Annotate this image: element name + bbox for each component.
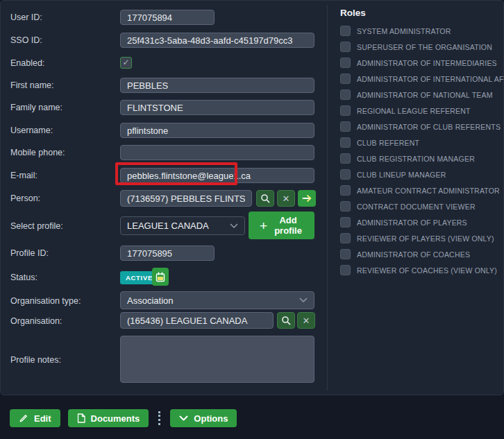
role-item: CLUB REFERENT [340,137,500,148]
role-label: CLUB REGISTRATION MANAGER [357,155,475,163]
chevron-down-icon [230,223,238,229]
mobile-phone-input[interactable] [120,145,314,160]
chevron-down-icon [299,298,308,303]
role-item: REVIEWER OF PLAYERS (VIEW ONLY) [340,233,500,243]
check-icon: ✓ [122,58,129,67]
role-label: ADMINISTRATOR OF COACHES [357,250,470,259]
role-item: REGIONAL LEAGUE REFERENT [340,105,500,116]
status-history-button[interactable] [152,268,169,286]
enabled-checkbox[interactable]: ✓ [120,57,132,69]
options-button-label: Options [194,413,228,424]
organisation-input[interactable] [120,312,274,329]
family-name-input[interactable] [120,100,314,115]
pencil-icon [19,413,28,423]
documents-button[interactable]: Documents [68,409,149,427]
role-item: ADMINISTRATOR OF PLAYERS [340,217,500,227]
person-input[interactable] [120,190,252,207]
mobile-phone-label: Mobile phone: [10,147,116,158]
role-item: ADMINISTRATOR OF NATIONAL TEAM [340,89,500,100]
role-label: REVIEWER OF COACHES (VIEW ONLY) [357,266,497,275]
user-id-label: User ID: [10,12,116,23]
username-input[interactable] [120,123,314,138]
sso-id-label: SSO ID: [10,35,116,46]
calendar-icon [156,272,165,282]
add-profile-label: Add profile [273,215,303,236]
user-id-input[interactable] [120,10,215,25]
profile-id-input[interactable] [120,246,215,261]
role-item: CLUB REGISTRATION MANAGER [340,153,500,164]
role-label: SYSTEM ADMINISTRATOR [357,27,451,35]
role-item: ADMINISTRATOR OF CLUB REFERENTS [340,121,500,132]
role-item: CONTRACT DOCUMENT VIEWER [340,201,500,212]
role-label: CLUB LINEUP MANAGER [357,171,446,179]
organisation-clear-button[interactable]: ✕ [297,312,315,329]
role-label: ADMINISTRATOR OF INTERNATIONAL AFFAIRS [357,75,504,83]
role-label: ADMINISTRATOR OF INTERMEDIARIES [357,59,497,67]
status-label: Status: [10,272,116,283]
family-name-label: Family name: [10,102,116,113]
person-clear-button[interactable]: ✕ [277,190,295,207]
organisation-type-value: Association [127,295,173,306]
organisation-label: Organisation: [10,316,116,327]
role-item: AMATEUR CONTRACT ADMINISTRATOR [340,185,500,196]
role-label: ADMINISTRATOR OF NATIONAL TEAM [357,91,493,99]
role-checkbox[interactable] [340,137,351,148]
role-checkbox[interactable] [340,121,351,132]
profile-notes-textarea[interactable] [120,336,314,383]
organisation-search-button[interactable] [277,312,295,329]
role-checkbox[interactable] [340,233,351,243]
role-label: ADMINISTRATOR OF PLAYERS [357,218,467,227]
role-checkbox[interactable] [340,105,351,116]
role-checkbox[interactable] [340,26,351,36]
role-item: SYSTEM ADMINISTRATOR [340,26,500,36]
panel-divider [327,5,328,390]
role-label: REVIEWER OF PLAYERS (VIEW ONLY) [357,234,494,243]
role-checkbox[interactable] [340,201,351,212]
role-item: CLUB LINEUP MANAGER [340,169,500,180]
person-search-button[interactable] [256,190,274,207]
role-checkbox[interactable] [340,169,351,180]
role-checkbox[interactable] [340,58,351,68]
person-go-button[interactable] [298,190,316,207]
role-checkbox[interactable] [340,185,351,196]
role-item: ADMINISTRATOR OF INTERNATIONAL AFFAIRS [340,74,500,84]
email-label: E-mail: [10,170,116,181]
search-icon [281,316,291,325]
select-profile-label: Select profile: [10,221,116,232]
options-button[interactable]: Options [170,409,237,427]
role-item: ADMINISTRATOR OF INTERMEDIARIES [340,58,500,68]
first-name-input[interactable] [120,78,314,93]
person-label: Person: [10,193,116,204]
profile-panel: User ID: SSO ID: Enabled: ✓ First name: … [0,0,504,395]
role-checkbox[interactable] [340,249,351,259]
add-profile-button[interactable]: + Add profile [249,212,314,239]
role-item: REVIEWER OF COACHES (VIEW ONLY) [340,265,500,275]
role-label: CONTRACT DOCUMENT VIEWER [357,203,476,211]
document-icon [77,413,85,423]
close-icon: ✕ [283,194,290,203]
role-checkbox[interactable] [340,42,351,52]
organisation-type-select[interactable]: Association [120,291,314,309]
sso-id-input[interactable] [120,33,314,48]
role-item: SUPERUSER OF THE ORGANISATION [340,42,500,52]
role-checkbox[interactable] [340,217,351,227]
documents-button-label: Documents [91,413,140,424]
footer-toolbar: Edit Documents Options [10,409,237,427]
profile-select[interactable]: LEAGUE1 CANADA [120,216,245,235]
role-checkbox[interactable] [340,89,351,100]
edit-button-label: Edit [34,413,51,424]
role-checkbox[interactable] [340,153,351,164]
role-item: ADMINISTRATOR OF COACHES [340,249,500,259]
toolbar-divider-dots [158,411,160,425]
edit-button[interactable]: Edit [10,409,60,427]
role-checkbox[interactable] [340,265,351,275]
plus-icon: + [260,221,267,231]
chevron-down-icon [179,415,188,422]
profile-notes-label: Profile notes: [10,354,116,365]
role-checkbox[interactable] [340,74,351,84]
enabled-label: Enabled: [10,58,116,69]
role-label: CLUB REFERENT [357,139,419,147]
email-input[interactable] [120,168,314,183]
roles-list: SYSTEM ADMINISTRATORSUPERUSER OF THE ORG… [340,26,500,281]
username-label: Username: [10,125,116,136]
